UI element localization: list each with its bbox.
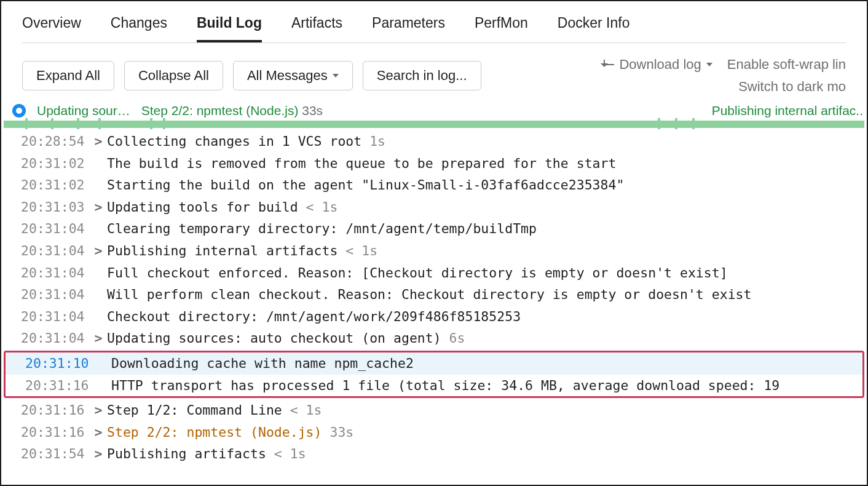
log-message: Will perform clean checkout. Reason: Che… xyxy=(107,284,751,306)
log-message: Downloading cache with name npm_cache2 xyxy=(111,353,414,375)
log-panel[interactable]: 20:28:54>Collecting changes in 1 VCS roo… xyxy=(1,128,867,465)
log-duration: < 1s xyxy=(266,446,306,461)
log-row[interactable]: 20:31:10Downloading cache with name npm_… xyxy=(6,353,862,375)
timeline: Updating sour… Step 2/2: npmtest (Node.j… xyxy=(1,103,867,118)
log-timestamp: 20:31:16 xyxy=(21,399,90,421)
tab-parameters[interactable]: Parameters xyxy=(372,15,445,42)
expand-all-button[interactable]: Expand All xyxy=(22,61,114,90)
log-timestamp: 20:31:04 xyxy=(21,262,90,284)
log-duration: 6s xyxy=(441,330,465,346)
tab-artifacts[interactable]: Artifacts xyxy=(291,15,342,42)
tab-changes[interactable]: Changes xyxy=(111,15,167,42)
darkmode-toggle[interactable]: Switch to dark mo xyxy=(738,79,846,95)
tab-bar: Overview Changes Build Log Artifacts Par… xyxy=(1,1,867,42)
log-timestamp: 20:31:04 xyxy=(21,327,90,349)
expand-chevron-icon[interactable]: > xyxy=(90,130,107,153)
log-message: The build is removed from the queue to b… xyxy=(107,153,616,175)
log-message: Updating sources: auto checkout (on agen… xyxy=(107,327,465,349)
log-message: Clearing temporary directory: /mnt/agent… xyxy=(107,218,537,240)
expand-chevron-icon[interactable]: > xyxy=(90,196,107,218)
log-message: Step 2/2: npmtest (Node.js) 33s xyxy=(107,421,353,444)
log-message: HTTP transport has processed 1 file (tot… xyxy=(111,375,779,397)
search-in-log-button[interactable]: Search in log... xyxy=(363,61,481,90)
log-row[interactable]: 20:31:04>Publishing internal artifacts <… xyxy=(1,240,867,262)
log-duration: < 1s xyxy=(298,199,338,215)
log-message: Full checkout enforced. Reason: [Checkou… xyxy=(107,262,728,284)
all-messages-label: All Messages xyxy=(247,68,328,84)
tab-docker-info[interactable]: Docker Info xyxy=(558,15,630,42)
log-message: Step 1/2: Command Line < 1s xyxy=(107,399,322,421)
tab-build-log[interactable]: Build Log xyxy=(197,15,262,42)
log-row[interactable]: 20:31:16>Step 2/2: npmtest (Node.js) 33s xyxy=(1,421,867,444)
log-row[interactable]: 20:31:04Full checkout enforced. Reason: … xyxy=(1,262,867,284)
log-row[interactable]: 20:31:02Starting the build on the agent … xyxy=(1,174,867,196)
log-timestamp: 20:31:16 xyxy=(21,421,90,444)
log-message: Updating tools for build < 1s xyxy=(107,196,337,218)
log-row[interactable]: 20:31:04Checkout directory: /mnt/agent/w… xyxy=(1,306,867,328)
chevron-down-icon xyxy=(333,74,339,78)
log-timestamp: 20:31:54 xyxy=(21,443,90,465)
tab-overview[interactable]: Overview xyxy=(22,15,81,42)
expand-chevron-icon[interactable]: > xyxy=(90,399,107,421)
log-duration: < 1s xyxy=(337,243,377,258)
log-message: Publishing internal artifacts < 1s xyxy=(107,240,377,262)
collapse-all-button[interactable]: Collapse All xyxy=(124,61,223,90)
timeline-step-label: Step 2/2: npmtest (Node.js) xyxy=(141,103,299,118)
log-duration: 1s xyxy=(361,133,385,149)
timeline-updating[interactable]: Updating sour… xyxy=(37,103,130,118)
log-row[interactable]: 20:31:03>Updating tools for build < 1s xyxy=(1,196,867,218)
softwrap-toggle[interactable]: Enable soft-wrap lin xyxy=(727,57,846,73)
log-timestamp: 20:31:04 xyxy=(21,284,90,306)
all-messages-dropdown[interactable]: All Messages xyxy=(233,61,353,90)
log-timestamp: 20:31:02 xyxy=(21,153,90,175)
expand-chevron-icon[interactable]: > xyxy=(90,240,107,262)
log-timestamp: 20:31:04 xyxy=(21,218,90,240)
log-duration: 33s xyxy=(322,424,354,440)
log-row[interactable]: 20:31:02The build is removed from the qu… xyxy=(1,153,867,175)
log-message: Collecting changes in 1 VCS root 1s xyxy=(107,130,385,153)
log-row[interactable]: 20:31:16HTTP transport has processed 1 f… xyxy=(6,375,862,397)
log-timestamp: 20:31:03 xyxy=(21,196,90,218)
log-row[interactable]: 20:31:54>Publishing artifacts < 1s xyxy=(1,443,867,465)
highlighted-log-region: 20:31:10Downloading cache with name npm_… xyxy=(4,351,864,398)
progress-bar[interactable] xyxy=(4,121,864,128)
expand-chevron-icon[interactable]: > xyxy=(90,443,107,465)
log-row[interactable]: 20:31:16>Step 1/2: Command Line < 1s xyxy=(1,399,867,421)
log-duration: < 1s xyxy=(282,402,322,418)
download-log-link[interactable]: Download log xyxy=(599,57,712,73)
toolbar: Expand All Collapse All All Messages Sea… xyxy=(1,43,867,101)
log-row[interactable]: 20:31:04>Updating sources: auto checkout… xyxy=(1,327,867,349)
timeline-step-duration: 33s xyxy=(302,103,323,118)
log-row[interactable]: 20:31:04Will perform clean checkout. Rea… xyxy=(1,284,867,306)
log-message: Publishing artifacts < 1s xyxy=(107,443,306,465)
download-icon xyxy=(599,60,609,70)
log-timestamp: 20:31:04 xyxy=(21,240,90,262)
expand-chevron-icon[interactable]: > xyxy=(90,421,107,444)
log-row[interactable]: 20:31:04Clearing temporary directory: /m… xyxy=(1,218,867,240)
toolbar-right: Download log Enable soft-wrap lin Switch… xyxy=(599,57,846,95)
log-timestamp: 20:31:02 xyxy=(21,174,90,196)
log-timestamp: 20:28:54 xyxy=(21,130,90,153)
timeline-publishing[interactable]: Publishing internal artifac.. xyxy=(712,103,863,118)
log-timestamp: 20:31:10 xyxy=(25,353,94,375)
log-message: Checkout directory: /mnt/agent/work/209f… xyxy=(107,306,521,328)
log-timestamp: 20:31:04 xyxy=(21,306,90,328)
marker-pin-icon[interactable] xyxy=(12,104,26,118)
download-log-label: Download log xyxy=(619,57,701,73)
timeline-step[interactable]: Step 2/2: npmtest (Node.js) 33s xyxy=(141,103,323,118)
expand-chevron-icon[interactable]: > xyxy=(90,327,107,349)
log-row[interactable]: 20:28:54>Collecting changes in 1 VCS roo… xyxy=(1,130,867,153)
log-timestamp: 20:31:16 xyxy=(25,375,94,397)
log-message: Starting the build on the agent "Linux-S… xyxy=(107,174,624,196)
chevron-down-icon xyxy=(706,63,712,66)
tab-perfmon[interactable]: PerfMon xyxy=(475,15,528,42)
